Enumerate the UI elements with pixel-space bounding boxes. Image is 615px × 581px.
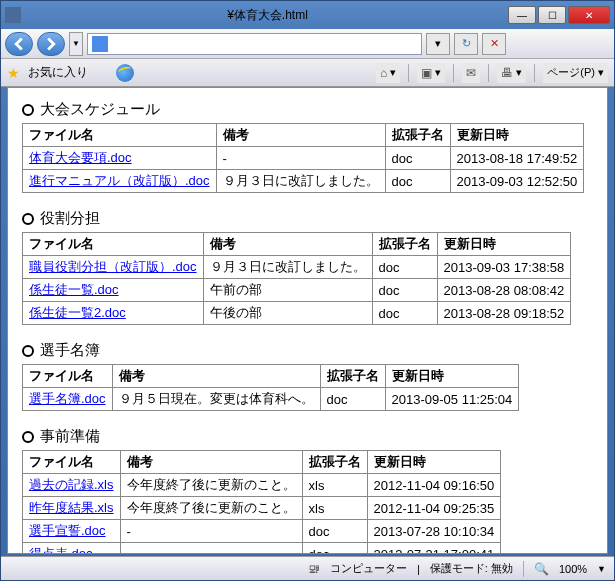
cell-ext: doc	[372, 302, 437, 325]
bullet-icon	[22, 104, 34, 116]
file-link[interactable]: 係生徒一覧2.doc	[29, 305, 126, 320]
file-link[interactable]: 職員役割分担（改訂版）.doc	[29, 259, 197, 274]
section-title-text: 選手名簿	[40, 341, 100, 360]
nav-history-dropdown[interactable]: ▼	[69, 32, 83, 56]
table-header: 備考	[120, 451, 302, 474]
cell-date: 2013-07-31 17:00:41	[367, 543, 501, 555]
maximize-button[interactable]: ☐	[538, 6, 566, 24]
cell-ext: doc	[372, 256, 437, 279]
cell-date: 2012-11-04 09:25:35	[367, 497, 501, 520]
table-header: ファイル名	[23, 451, 121, 474]
table-row: 進行マニュアル（改訂版）.doc９月３日に改訂しました。doc2013-09-0…	[23, 170, 584, 193]
print-icon: 🖶	[501, 66, 513, 80]
table-header: 更新日時	[450, 124, 584, 147]
cell-note: 今年度終了後に更新のこと。	[120, 497, 302, 520]
cell-date: 2012-11-04 09:16:50	[367, 474, 501, 497]
cell-filename: 体育大会要項.doc	[23, 147, 217, 170]
rss-icon: ▣	[421, 66, 432, 80]
page-menu-label: ページ(P)	[547, 65, 595, 80]
cell-date: 2013-09-05 11:25:04	[385, 388, 519, 411]
cell-note: 午後の部	[203, 302, 372, 325]
cell-note: -	[120, 520, 302, 543]
print-button[interactable]: 🖶▾	[497, 63, 526, 83]
page-icon	[92, 36, 108, 52]
section-title-text: 大会スケジュール	[40, 100, 160, 119]
file-link[interactable]: 進行マニュアル（改訂版）.doc	[29, 173, 210, 188]
arrow-left-icon	[12, 37, 26, 51]
ie-logo-icon	[116, 64, 134, 82]
cell-ext: doc	[302, 520, 367, 543]
app-icon	[5, 7, 21, 23]
arrow-right-icon	[44, 37, 58, 51]
section-title: 大会スケジュール	[22, 100, 593, 119]
close-button[interactable]: ✕	[568, 6, 610, 24]
back-button[interactable]	[5, 32, 33, 56]
table-row: 体育大会要項.doc-doc2013-08-18 17:49:52	[23, 147, 584, 170]
section: 事前準備ファイル名備考拡張子名更新日時過去の記録.xls今年度終了後に更新のこと…	[22, 427, 593, 554]
cell-filename: 進行マニュアル（改訂版）.doc	[23, 170, 217, 193]
table-header-row: ファイル名備考拡張子名更新日時	[23, 365, 519, 388]
mail-icon: ✉	[466, 66, 476, 80]
home-icon: ⌂	[380, 66, 387, 80]
file-link[interactable]: 体育大会要項.doc	[29, 150, 132, 165]
minimize-button[interactable]: —	[508, 6, 536, 24]
cell-ext: xls	[302, 474, 367, 497]
home-button[interactable]: ⌂▾	[376, 63, 400, 83]
browser-window: ¥体育大会.html — ☐ ✕ ▼ ▾ ↻ ✕ ★ お気に入り ⌂▾ ▣▾	[0, 0, 615, 581]
cell-ext: doc	[385, 147, 450, 170]
section: 役割分担ファイル名備考拡張子名更新日時職員役割分担（改訂版）.doc９月３日に改…	[22, 209, 593, 325]
cell-date: 2013-09-03 12:52:50	[450, 170, 584, 193]
cell-filename: 過去の記録.xls	[23, 474, 121, 497]
section-title-text: 事前準備	[40, 427, 100, 446]
table-row: 昨年度結果.xls今年度終了後に更新のこと。xls2012-11-04 09:2…	[23, 497, 501, 520]
stop-button[interactable]: ✕	[482, 33, 506, 55]
file-link[interactable]: 過去の記録.xls	[29, 477, 114, 492]
cell-date: 2013-08-18 17:49:52	[450, 147, 584, 170]
table-header-row: ファイル名備考拡張子名更新日時	[23, 124, 584, 147]
status-protected: 保護モード: 無効	[430, 561, 513, 576]
cell-note: ９月３日に改訂しました。	[216, 170, 385, 193]
nav-toolbar: ▼ ▾ ↻ ✕	[1, 29, 614, 59]
table-header: 備考	[216, 124, 385, 147]
star-icon: ★	[7, 65, 20, 81]
table-header: 備考	[112, 365, 320, 388]
table-row: 選手名簿.doc９月５日現在。変更は体育科へ。doc2013-09-05 11:…	[23, 388, 519, 411]
file-link[interactable]: 係生徒一覧.doc	[29, 282, 119, 297]
address-dropdown[interactable]: ▾	[426, 33, 450, 55]
cell-filename: 得点表.doc	[23, 543, 121, 555]
command-bar: ★ お気に入り ⌂▾ ▣▾ ✉ 🖶▾ ページ(P) ▾	[1, 59, 614, 87]
cell-ext: doc	[372, 279, 437, 302]
zoom-level: 100%	[559, 563, 587, 575]
address-bar[interactable]	[87, 33, 422, 55]
table-header: 更新日時	[367, 451, 501, 474]
file-link[interactable]: 選手名簿.doc	[29, 391, 106, 406]
refresh-button[interactable]: ↻	[454, 33, 478, 55]
file-link[interactable]: 得点表.doc	[29, 546, 93, 554]
table-row: 係生徒一覧2.doc午後の部doc2013-08-28 09:18:52	[23, 302, 571, 325]
file-link[interactable]: 昨年度結果.xls	[29, 500, 114, 515]
cell-date: 2013-08-28 09:18:52	[437, 302, 571, 325]
table-row: 過去の記録.xls今年度終了後に更新のこと。xls2012-11-04 09:1…	[23, 474, 501, 497]
cell-ext: doc	[385, 170, 450, 193]
bullet-icon	[22, 345, 34, 357]
section-title: 選手名簿	[22, 341, 593, 360]
cell-ext: xls	[302, 497, 367, 520]
mail-button[interactable]: ✉	[462, 63, 480, 83]
status-bar: 🖳 コンピューター | 保護モード: 無効 🔍 100% ▼	[1, 556, 614, 580]
file-table: ファイル名備考拡張子名更新日時過去の記録.xls今年度終了後に更新のこと。xls…	[22, 450, 501, 554]
file-link[interactable]: 選手宣誓.doc	[29, 523, 106, 538]
cell-filename: 昨年度結果.xls	[23, 497, 121, 520]
feeds-button[interactable]: ▣▾	[417, 63, 445, 83]
table-header: ファイル名	[23, 233, 204, 256]
cell-filename: 係生徒一覧.doc	[23, 279, 204, 302]
titlebar: ¥体育大会.html — ☐ ✕	[1, 1, 614, 29]
forward-button[interactable]	[37, 32, 65, 56]
table-header: ファイル名	[23, 365, 113, 388]
favorites-label[interactable]: お気に入り	[28, 64, 88, 81]
table-header: 拡張子名	[302, 451, 367, 474]
table-row: 選手宣誓.doc-doc2013-07-28 10:10:34	[23, 520, 501, 543]
section-title: 役割分担	[22, 209, 593, 228]
cell-note: 今年度終了後に更新のこと。	[120, 474, 302, 497]
page-menu-button[interactable]: ページ(P) ▾	[543, 63, 608, 83]
status-zone: コンピューター	[330, 561, 407, 576]
